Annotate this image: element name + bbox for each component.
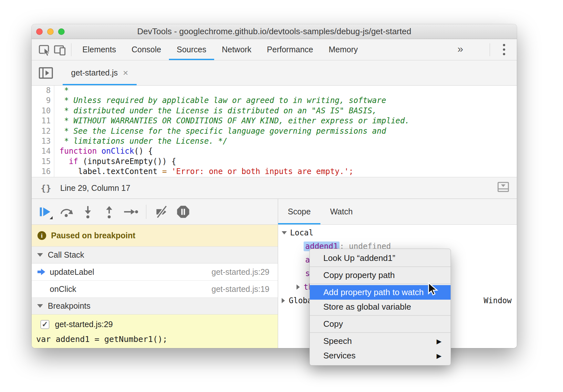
code-line: *	[59, 86, 517, 96]
close-file-tab-icon[interactable]: ×	[123, 68, 128, 77]
line-number[interactable]: 15	[32, 157, 51, 167]
minimize-window-button[interactable]	[47, 28, 54, 35]
menu-item-services[interactable]: Services▶	[310, 348, 451, 363]
menu-item-label: Services	[323, 351, 356, 361]
submenu-arrow-icon: ▶	[437, 337, 442, 345]
file-tab-get-started[interactable]: get-started.js ×	[63, 60, 137, 85]
tab-performance[interactable]: Performance	[259, 39, 321, 60]
chevron-right-icon[interactable]	[282, 298, 285, 303]
menu-item-copy-property-path[interactable]: Copy property path	[310, 268, 451, 283]
scope-section-value: Window	[484, 296, 517, 305]
titlebar[interactable]: DevTools - googlechrome.github.io/devtoo…	[32, 24, 517, 39]
debugger-toolbar	[32, 199, 278, 225]
paused-banner: i Paused on breakpoint	[32, 225, 278, 247]
editor-code: * * Unless required by applicable law or…	[54, 86, 517, 177]
inspect-icon[interactable]	[37, 42, 52, 57]
code-line: if (inputsAreEmpty()) {	[59, 157, 517, 167]
code-line: * WITHOUT WARRANTIES OR CONDITIONS OF AN…	[59, 116, 517, 126]
line-number[interactable]: 14	[32, 146, 51, 156]
zoom-window-button[interactable]	[58, 28, 65, 35]
menu-item-label: Look Up “addend1”	[323, 253, 395, 263]
resume-icon[interactable]	[37, 204, 53, 220]
step-into-icon[interactable]	[80, 204, 96, 220]
more-tabs-icon[interactable]: »	[457, 44, 463, 56]
toolbar-divider-right	[490, 43, 490, 56]
pause-on-exceptions-icon[interactable]	[175, 204, 191, 220]
breakpoint-checkbox[interactable]: ✓	[40, 320, 49, 329]
debugger-left-pane: i Paused on breakpoint Call Stack update…	[32, 199, 278, 348]
code-line: label.textContent = 'Error: one or both …	[59, 167, 517, 177]
menu-separator	[310, 332, 451, 333]
current-frame-icon	[37, 268, 50, 276]
call-stack-header[interactable]: Call Stack	[32, 247, 278, 263]
chevron-down-icon[interactable]	[282, 231, 287, 234]
context-menu: Look Up “addend1”Copy property pathAdd p…	[309, 249, 451, 366]
breakpoints-header[interactable]: Breakpoints	[32, 298, 278, 315]
debugger-toolbar-divider	[146, 205, 146, 219]
tab-memory[interactable]: Memory	[321, 39, 365, 60]
deactivate-breakpoints-icon[interactable]	[154, 204, 170, 220]
menu-item-look-up-addend1[interactable]: Look Up “addend1”	[310, 251, 451, 265]
tab-watch[interactable]: Watch	[320, 199, 362, 224]
info-icon: i	[37, 231, 46, 240]
window-title: DevTools - googlechrome.github.io/devtoo…	[32, 26, 517, 36]
menu-separator	[310, 266, 451, 267]
menu-item-label: Copy property path	[323, 270, 395, 280]
kebab-menu-icon[interactable]	[502, 43, 506, 57]
tab-scope[interactable]: Scope	[278, 199, 320, 224]
tab-network[interactable]: Network	[214, 39, 259, 60]
close-window-button[interactable]	[36, 28, 43, 35]
menu-separator	[310, 315, 451, 316]
breakpoint-entry[interactable]: ✓ get-started.js:29 var addend1 = getNum…	[32, 315, 278, 348]
device-toolbar-icon[interactable]	[52, 42, 68, 57]
breakpoint-location: get-started.js:29	[55, 320, 113, 329]
step-over-icon[interactable]	[59, 204, 74, 220]
scope-section-label: Local	[290, 228, 313, 237]
call-stack-frame-onclick[interactable]: onClickget-started.js:19	[32, 281, 278, 298]
scope-row-local[interactable]: Local	[278, 226, 517, 240]
tab-sources[interactable]: Sources	[169, 39, 214, 60]
line-number[interactable]: 11	[32, 116, 51, 126]
cursor-position: Line 29, Column 17	[60, 183, 130, 193]
line-number[interactable]: 13	[32, 136, 51, 146]
step-out-icon[interactable]	[101, 204, 117, 220]
step-icon[interactable]	[123, 204, 138, 220]
menu-item-store-as-global-variable[interactable]: Store as global variable	[310, 300, 451, 314]
line-number[interactable]: 8	[32, 86, 51, 96]
code-line: function onClick() {	[59, 146, 517, 156]
navigator-toggle-icon[interactable]	[36, 60, 56, 85]
menu-item-label: Copy	[323, 319, 343, 329]
chevron-right-icon[interactable]	[297, 284, 300, 290]
file-tab-label: get-started.js	[71, 68, 118, 77]
traffic-lights	[36, 24, 65, 39]
chevron-down-icon	[37, 304, 43, 308]
chevron-down-icon	[37, 253, 43, 257]
menu-item-label: Speech	[323, 336, 352, 346]
code-line: * limitations under the License. */	[59, 136, 517, 146]
call-stack-list: updateLabelget-started.js:29onClickget-s…	[32, 263, 278, 298]
drawer-toggle-icon[interactable]	[497, 181, 510, 195]
code-editor[interactable]: 8910111213141516 * * Unless required by …	[32, 86, 517, 177]
call-stack-title: Call Stack	[48, 250, 84, 260]
main-tabs: ElementsConsoleSourcesNetworkPerformance…	[75, 39, 366, 60]
editor-gutter: 8910111213141516	[32, 86, 54, 177]
frame-location: get-started.js:29	[212, 267, 269, 277]
line-number[interactable]: 10	[32, 106, 51, 116]
frame-location: get-started.js:19	[212, 284, 269, 294]
file-tab-strip: get-started.js ×	[32, 60, 517, 86]
menu-item-speech[interactable]: Speech▶	[310, 334, 451, 348]
menu-item-copy[interactable]: Copy	[310, 317, 451, 331]
frame-name: updateLabel	[50, 267, 94, 277]
line-number[interactable]: 9	[32, 96, 51, 106]
line-number[interactable]: 12	[32, 126, 51, 136]
frame-name: onClick	[50, 284, 76, 294]
code-line: * See the License for the specific langu…	[59, 126, 517, 136]
tab-console[interactable]: Console	[124, 39, 169, 60]
call-stack-frame-updatelabel[interactable]: updateLabelget-started.js:29	[32, 263, 278, 281]
paused-message: Paused on breakpoint	[51, 231, 135, 240]
desktop-background: DevTools - googlechrome.github.io/devtoo…	[0, 0, 563, 392]
format-code-icon[interactable]: {}	[41, 183, 51, 193]
line-number[interactable]: 16	[32, 167, 51, 177]
tab-elements[interactable]: Elements	[75, 39, 124, 60]
menu-item-label: Add property path to watch	[323, 287, 424, 297]
